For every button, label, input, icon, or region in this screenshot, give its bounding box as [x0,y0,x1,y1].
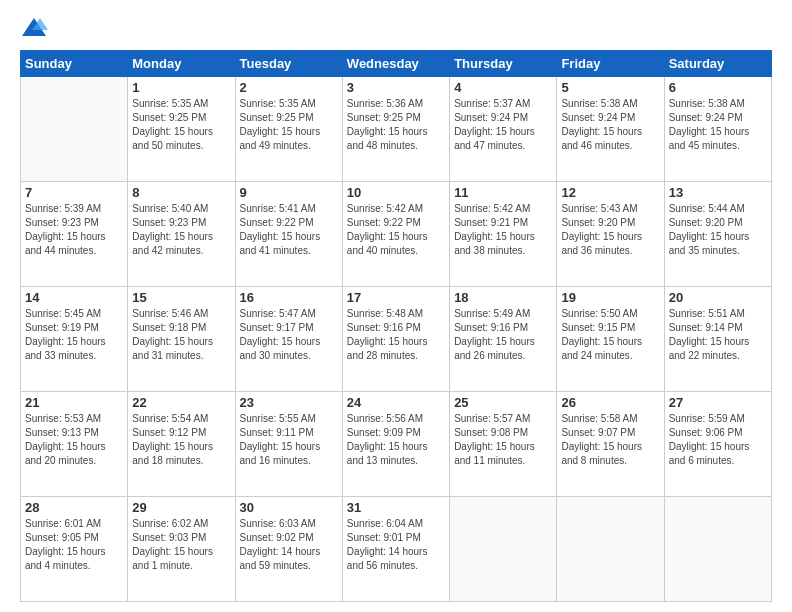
day-info: Sunrise: 5:56 AM Sunset: 9:09 PM Dayligh… [347,412,445,468]
calendar-cell: 20Sunrise: 5:51 AM Sunset: 9:14 PM Dayli… [664,287,771,392]
day-number: 4 [454,80,552,95]
day-number: 15 [132,290,230,305]
calendar-cell [450,497,557,602]
day-info: Sunrise: 5:50 AM Sunset: 9:15 PM Dayligh… [561,307,659,363]
logo [20,16,52,40]
calendar-cell: 24Sunrise: 5:56 AM Sunset: 9:09 PM Dayli… [342,392,449,497]
day-number: 19 [561,290,659,305]
day-number: 29 [132,500,230,515]
day-info: Sunrise: 6:03 AM Sunset: 9:02 PM Dayligh… [240,517,338,573]
calendar-cell: 2Sunrise: 5:35 AM Sunset: 9:25 PM Daylig… [235,77,342,182]
day-number: 2 [240,80,338,95]
calendar-cell: 9Sunrise: 5:41 AM Sunset: 9:22 PM Daylig… [235,182,342,287]
day-number: 12 [561,185,659,200]
calendar-cell: 14Sunrise: 5:45 AM Sunset: 9:19 PM Dayli… [21,287,128,392]
weekday-header-tuesday: Tuesday [235,51,342,77]
day-info: Sunrise: 5:49 AM Sunset: 9:16 PM Dayligh… [454,307,552,363]
calendar-cell: 29Sunrise: 6:02 AM Sunset: 9:03 PM Dayli… [128,497,235,602]
calendar-cell: 13Sunrise: 5:44 AM Sunset: 9:20 PM Dayli… [664,182,771,287]
calendar-cell: 21Sunrise: 5:53 AM Sunset: 9:13 PM Dayli… [21,392,128,497]
day-number: 1 [132,80,230,95]
week-row-2: 7Sunrise: 5:39 AM Sunset: 9:23 PM Daylig… [21,182,772,287]
day-number: 9 [240,185,338,200]
day-number: 7 [25,185,123,200]
calendar-cell: 28Sunrise: 6:01 AM Sunset: 9:05 PM Dayli… [21,497,128,602]
calendar-cell: 26Sunrise: 5:58 AM Sunset: 9:07 PM Dayli… [557,392,664,497]
calendar-cell: 19Sunrise: 5:50 AM Sunset: 9:15 PM Dayli… [557,287,664,392]
calendar-cell: 15Sunrise: 5:46 AM Sunset: 9:18 PM Dayli… [128,287,235,392]
weekday-header-friday: Friday [557,51,664,77]
calendar-cell: 18Sunrise: 5:49 AM Sunset: 9:16 PM Dayli… [450,287,557,392]
calendar-cell: 27Sunrise: 5:59 AM Sunset: 9:06 PM Dayli… [664,392,771,497]
header [20,16,772,40]
day-info: Sunrise: 5:42 AM Sunset: 9:21 PM Dayligh… [454,202,552,258]
calendar-cell: 6Sunrise: 5:38 AM Sunset: 9:24 PM Daylig… [664,77,771,182]
page: SundayMondayTuesdayWednesdayThursdayFrid… [0,0,792,612]
day-info: Sunrise: 5:37 AM Sunset: 9:24 PM Dayligh… [454,97,552,153]
day-info: Sunrise: 5:41 AM Sunset: 9:22 PM Dayligh… [240,202,338,258]
calendar-cell: 11Sunrise: 5:42 AM Sunset: 9:21 PM Dayli… [450,182,557,287]
day-info: Sunrise: 5:39 AM Sunset: 9:23 PM Dayligh… [25,202,123,258]
day-number: 8 [132,185,230,200]
day-number: 24 [347,395,445,410]
day-number: 10 [347,185,445,200]
calendar-cell: 3Sunrise: 5:36 AM Sunset: 9:25 PM Daylig… [342,77,449,182]
week-row-4: 21Sunrise: 5:53 AM Sunset: 9:13 PM Dayli… [21,392,772,497]
day-number: 11 [454,185,552,200]
week-row-1: 1Sunrise: 5:35 AM Sunset: 9:25 PM Daylig… [21,77,772,182]
day-info: Sunrise: 5:36 AM Sunset: 9:25 PM Dayligh… [347,97,445,153]
day-number: 16 [240,290,338,305]
calendar-cell: 12Sunrise: 5:43 AM Sunset: 9:20 PM Dayli… [557,182,664,287]
weekday-header-thursday: Thursday [450,51,557,77]
day-info: Sunrise: 5:48 AM Sunset: 9:16 PM Dayligh… [347,307,445,363]
weekday-header-row: SundayMondayTuesdayWednesdayThursdayFrid… [21,51,772,77]
day-info: Sunrise: 6:04 AM Sunset: 9:01 PM Dayligh… [347,517,445,573]
day-info: Sunrise: 5:43 AM Sunset: 9:20 PM Dayligh… [561,202,659,258]
calendar-cell: 8Sunrise: 5:40 AM Sunset: 9:23 PM Daylig… [128,182,235,287]
day-info: Sunrise: 5:44 AM Sunset: 9:20 PM Dayligh… [669,202,767,258]
day-number: 23 [240,395,338,410]
day-info: Sunrise: 5:38 AM Sunset: 9:24 PM Dayligh… [561,97,659,153]
day-number: 5 [561,80,659,95]
day-info: Sunrise: 5:40 AM Sunset: 9:23 PM Dayligh… [132,202,230,258]
calendar-cell [664,497,771,602]
day-number: 13 [669,185,767,200]
calendar-cell: 5Sunrise: 5:38 AM Sunset: 9:24 PM Daylig… [557,77,664,182]
calendar-cell: 4Sunrise: 5:37 AM Sunset: 9:24 PM Daylig… [450,77,557,182]
calendar-cell: 10Sunrise: 5:42 AM Sunset: 9:22 PM Dayli… [342,182,449,287]
day-info: Sunrise: 5:58 AM Sunset: 9:07 PM Dayligh… [561,412,659,468]
day-info: Sunrise: 5:53 AM Sunset: 9:13 PM Dayligh… [25,412,123,468]
weekday-header-sunday: Sunday [21,51,128,77]
logo-icon [20,16,48,40]
day-number: 28 [25,500,123,515]
day-number: 20 [669,290,767,305]
day-number: 18 [454,290,552,305]
day-number: 31 [347,500,445,515]
calendar-cell: 23Sunrise: 5:55 AM Sunset: 9:11 PM Dayli… [235,392,342,497]
calendar-cell: 7Sunrise: 5:39 AM Sunset: 9:23 PM Daylig… [21,182,128,287]
day-number: 22 [132,395,230,410]
weekday-header-monday: Monday [128,51,235,77]
day-info: Sunrise: 5:35 AM Sunset: 9:25 PM Dayligh… [240,97,338,153]
weekday-header-wednesday: Wednesday [342,51,449,77]
day-number: 26 [561,395,659,410]
day-number: 21 [25,395,123,410]
week-row-5: 28Sunrise: 6:01 AM Sunset: 9:05 PM Dayli… [21,497,772,602]
day-info: Sunrise: 5:55 AM Sunset: 9:11 PM Dayligh… [240,412,338,468]
day-number: 14 [25,290,123,305]
day-info: Sunrise: 5:42 AM Sunset: 9:22 PM Dayligh… [347,202,445,258]
calendar-cell [21,77,128,182]
day-number: 30 [240,500,338,515]
day-number: 25 [454,395,552,410]
calendar-cell: 16Sunrise: 5:47 AM Sunset: 9:17 PM Dayli… [235,287,342,392]
calendar-cell: 22Sunrise: 5:54 AM Sunset: 9:12 PM Dayli… [128,392,235,497]
day-number: 3 [347,80,445,95]
calendar-cell: 17Sunrise: 5:48 AM Sunset: 9:16 PM Dayli… [342,287,449,392]
day-number: 6 [669,80,767,95]
day-info: Sunrise: 5:57 AM Sunset: 9:08 PM Dayligh… [454,412,552,468]
day-info: Sunrise: 5:54 AM Sunset: 9:12 PM Dayligh… [132,412,230,468]
calendar-cell: 1Sunrise: 5:35 AM Sunset: 9:25 PM Daylig… [128,77,235,182]
day-info: Sunrise: 5:47 AM Sunset: 9:17 PM Dayligh… [240,307,338,363]
day-info: Sunrise: 5:45 AM Sunset: 9:19 PM Dayligh… [25,307,123,363]
day-info: Sunrise: 5:59 AM Sunset: 9:06 PM Dayligh… [669,412,767,468]
